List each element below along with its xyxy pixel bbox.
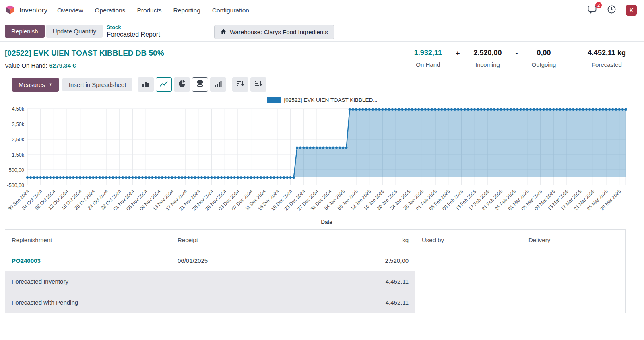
user-avatar[interactable]: K bbox=[626, 5, 637, 16]
forecasted-pending-empty bbox=[415, 292, 626, 313]
product-info: [02522] EVK UIEN TOAST KIBBLED DB 50% Va… bbox=[5, 49, 164, 69]
menu-operations[interactable]: Operations bbox=[94, 4, 126, 16]
app-title: Inventory bbox=[19, 6, 47, 14]
inventory-app-icon bbox=[5, 4, 15, 16]
menu-products[interactable]: Products bbox=[136, 4, 162, 16]
svg-text:3,50k: 3,50k bbox=[12, 122, 24, 127]
table-row-po-replenishment: PO240003 bbox=[5, 250, 171, 271]
product-header: [02522] EVK UIEN TOAST KIBBLED DB 50% Va… bbox=[0, 42, 644, 75]
breadcrumb-current: Forecasted Report bbox=[107, 31, 160, 38]
cumulative-bars-icon bbox=[215, 80, 222, 89]
sort-descending-icon bbox=[237, 80, 244, 89]
forecasted-label: Forecasted bbox=[588, 61, 626, 68]
equals-operator: = bbox=[570, 49, 574, 58]
col-header-used-by: Used by bbox=[415, 229, 522, 250]
line-chart-button[interactable] bbox=[156, 77, 172, 92]
sort-ascending-icon bbox=[255, 80, 262, 89]
legend-swatch bbox=[267, 97, 281, 103]
forecasted-inventory-label: Forecasted Inventory bbox=[5, 271, 308, 292]
graph-toolbar: Measures ▼ Insert in Spreadsheet bbox=[12, 77, 644, 92]
insert-spreadsheet-button[interactable]: Insert in Spreadsheet bbox=[62, 78, 133, 91]
value-on-hand-label: Value On Hand: bbox=[5, 62, 47, 69]
forecasted-value: 4.452,11 kg bbox=[588, 49, 626, 57]
menu-reporting[interactable]: Reporting bbox=[173, 4, 201, 16]
value-on-hand: Value On Hand: 6279.34 € bbox=[5, 62, 164, 69]
stat-incoming: 2.520,00 Incoming bbox=[473, 49, 502, 68]
update-quantity-button[interactable]: Update Quantity bbox=[46, 25, 103, 38]
pie-chart-button[interactable] bbox=[174, 77, 190, 92]
outgoing-label: Outgoing bbox=[532, 61, 556, 68]
forecasted-pending-kg: 4.452,11 bbox=[308, 292, 415, 313]
on-hand-value: 1.932,11 bbox=[414, 49, 442, 57]
forecast-line-chart[interactable]: 4,50k3,50k2,50k1,50k500,00-500,0030 Sep … bbox=[5, 103, 639, 227]
measures-label: Measures bbox=[19, 81, 45, 88]
stat-forecasted: 4.452,11 kg Forecasted bbox=[588, 49, 626, 68]
activity-button[interactable] bbox=[607, 5, 616, 16]
col-header-delivery: Delivery bbox=[522, 229, 626, 250]
warehouse-filter-button[interactable]: Warehouse: Clarys Food Ingredients bbox=[214, 25, 334, 39]
svg-text:Date: Date bbox=[321, 219, 332, 225]
chevron-down-icon: ▼ bbox=[49, 82, 52, 87]
plus-operator: + bbox=[456, 49, 460, 58]
svg-text:2,50k: 2,50k bbox=[12, 137, 24, 142]
on-hand-label: On Hand bbox=[414, 61, 442, 68]
stacked-database-icon bbox=[197, 80, 203, 89]
col-header-kg: kg bbox=[308, 229, 415, 250]
menu-configuration[interactable]: Configuration bbox=[211, 4, 250, 16]
col-header-replenishment: Replenishment bbox=[5, 229, 171, 250]
forecasted-inventory-empty bbox=[415, 271, 626, 292]
forecasted-inventory-kg: 4.452,11 bbox=[308, 271, 415, 292]
minus-operator: - bbox=[516, 49, 518, 58]
control-panel: Replenish Update Quantity Stock Forecast… bbox=[0, 21, 644, 42]
legend-label: [02522] EVK UIEN TOAST KIBBLED... bbox=[284, 97, 378, 103]
incoming-label: Incoming bbox=[473, 61, 502, 68]
svg-text:4,50k: 4,50k bbox=[12, 106, 24, 112]
app-switcher[interactable]: Inventory bbox=[5, 4, 47, 16]
forecast-summary: 1.932,11 On Hand + 2.520,00 Incoming - 0… bbox=[414, 49, 626, 68]
systray: 2 K bbox=[588, 5, 637, 16]
messages-button[interactable]: 2 bbox=[588, 5, 597, 16]
forecast-table: Replenishment Receipt kg Used by Deliver… bbox=[5, 229, 644, 313]
menu-overview[interactable]: Overview bbox=[56, 4, 84, 16]
measures-button[interactable]: Measures ▼ bbox=[12, 78, 59, 92]
main-menu: Overview Operations Products Reporting C… bbox=[56, 4, 250, 16]
stat-outgoing: 0,00 Outgoing bbox=[532, 49, 556, 68]
bar-chart-icon bbox=[142, 80, 149, 89]
replenishment-po-link[interactable]: PO240003 bbox=[12, 257, 41, 264]
sort-ascending-button[interactable] bbox=[250, 77, 266, 92]
cumulative-button[interactable] bbox=[210, 77, 226, 92]
stat-on-hand: 1.932,11 On Hand bbox=[414, 49, 442, 68]
table-row-po-receipt: 06/01/2025 bbox=[171, 250, 308, 271]
top-navbar: Inventory Overview Operations Products R… bbox=[0, 0, 644, 21]
chart-legend[interactable]: [02522] EVK UIEN TOAST KIBBLED... bbox=[0, 97, 644, 103]
table-row-po-used-by bbox=[415, 250, 522, 271]
value-on-hand-amount: 6279.34 € bbox=[49, 62, 76, 69]
clock-icon bbox=[607, 5, 616, 16]
incoming-value: 2.520,00 bbox=[473, 49, 502, 57]
svg-text:1,50k: 1,50k bbox=[12, 152, 24, 158]
table-row-po-delivery bbox=[522, 250, 626, 271]
outgoing-value: 0,00 bbox=[532, 49, 556, 57]
warehouse-filter-label: Warehouse: Clarys Food Ingredients bbox=[230, 29, 328, 35]
col-header-receipt: Receipt bbox=[171, 229, 308, 250]
svg-text:500,00: 500,00 bbox=[9, 167, 24, 173]
stacked-button[interactable] bbox=[192, 77, 208, 92]
table-row-po-kg: 2.520,00 bbox=[308, 250, 415, 271]
replenish-button[interactable]: Replenish bbox=[5, 25, 45, 38]
sort-descending-button[interactable] bbox=[232, 77, 248, 92]
breadcrumb-stock-link[interactable]: Stock bbox=[107, 24, 160, 31]
svg-text:-500,00: -500,00 bbox=[7, 183, 24, 188]
forecasted-pending-label: Forecasted with Pending bbox=[5, 292, 308, 313]
messages-badge: 2 bbox=[595, 2, 602, 9]
bar-chart-button[interactable] bbox=[138, 77, 154, 92]
house-icon bbox=[221, 29, 226, 35]
breadcrumb: Stock Forecasted Report bbox=[107, 24, 160, 38]
line-chart-icon bbox=[160, 80, 168, 89]
product-title: [02522] EVK UIEN TOAST KIBBLED DB 50% bbox=[5, 49, 164, 58]
pie-chart-icon bbox=[178, 80, 186, 89]
